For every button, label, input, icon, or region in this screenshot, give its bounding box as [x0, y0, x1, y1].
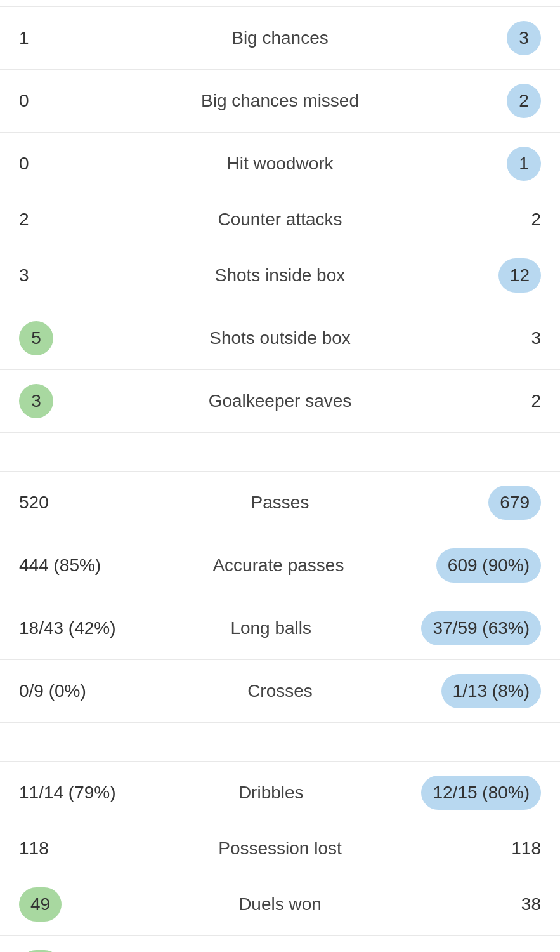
right-value: 3 — [440, 328, 541, 348]
table-row: 2Counter attacks2 — [0, 195, 560, 244]
stats-section-1: 520Passes679444 (85%)Accurate passes609 … — [0, 465, 560, 729]
table-row: 118Possession lost118 — [0, 824, 560, 873]
right-value-badge-blue: 12/15 (80%) — [421, 776, 541, 810]
table-row: 520Passes679 — [0, 471, 560, 534]
table-row: 3Shots inside box12 — [0, 244, 560, 307]
right-value-badge-blue: 1/13 (8%) — [441, 674, 541, 708]
left-value: 0/9 (0%) — [19, 681, 120, 701]
stat-label: Shots inside box — [120, 265, 440, 286]
stat-label: Possession lost — [120, 838, 440, 859]
table-row: 0/9 (0%)Crosses1/13 (8%) — [0, 660, 560, 723]
table-row: 1Big chances3 — [0, 6, 560, 70]
left-value: 0 — [19, 91, 120, 111]
left-value: 11/14 (79%) — [19, 783, 120, 803]
right-value-badge-blue: 1 — [507, 147, 541, 181]
stat-label: Goalkeeper saves — [120, 391, 440, 411]
right-value-badge-blue: 12 — [498, 258, 541, 293]
right-value: 38 — [440, 894, 541, 915]
right-value-badge-blue: 3 — [507, 21, 541, 55]
stat-label: Long balls — [120, 618, 421, 638]
stats-section-0: 1Big chances30Big chances missed20Hit wo… — [0, 0, 560, 439]
stats-section-2: 11/14 (79%)Dribbles12/15 (80%)118Possess… — [0, 755, 560, 952]
left-value: 3 — [19, 265, 120, 286]
stat-label: Counter attacks — [120, 209, 440, 230]
table-row: 11/14 (79%)Dribbles12/15 (80%) — [0, 761, 560, 824]
table-row: 10Aerials won8 — [0, 936, 560, 952]
right-value: 2 — [440, 209, 541, 230]
left-value: 1 — [19, 28, 120, 48]
table-row: 3Goalkeeper saves2 — [0, 370, 560, 433]
right-value: 118 — [440, 838, 541, 859]
left-value: 0 — [19, 154, 120, 174]
left-value: 2 — [19, 209, 120, 230]
stats-container: 1Big chances30Big chances missed20Hit wo… — [0, 0, 560, 952]
right-value-badge-blue: 679 — [488, 486, 541, 520]
right-value-badge-blue: 2 — [507, 84, 541, 118]
stat-label: Big chances — [120, 28, 440, 48]
left-value: 444 (85%) — [19, 555, 120, 576]
left-value: 118 — [19, 838, 120, 859]
table-row: 5Shots outside box3 — [0, 307, 560, 370]
table-row: 444 (85%)Accurate passes609 (90%) — [0, 534, 560, 597]
stat-label: Duels won — [120, 894, 440, 915]
stat-label: Shots outside box — [120, 328, 440, 348]
stat-label: Dribbles — [120, 783, 421, 803]
table-row: 0Hit woodwork1 — [0, 133, 560, 195]
left-value-badge-green: 3 — [19, 384, 53, 418]
left-value-badge-green: 5 — [19, 321, 53, 355]
table-row: 0Big chances missed2 — [0, 70, 560, 133]
left-value: 18/43 (42%) — [19, 618, 120, 638]
left-value-badge-green: 49 — [19, 887, 62, 922]
right-value-badge-blue: 37/59 (63%) — [421, 611, 541, 645]
stat-label: Passes — [120, 493, 440, 513]
stat-label: Big chances missed — [120, 91, 440, 111]
right-value-badge-blue: 609 (90%) — [436, 548, 541, 583]
table-row: 49Duels won38 — [0, 873, 560, 936]
stat-label: Hit woodwork — [120, 154, 440, 174]
stat-label: Accurate passes — [120, 555, 436, 576]
right-value: 2 — [440, 391, 541, 411]
table-row: 18/43 (42%)Long balls37/59 (63%) — [0, 597, 560, 660]
left-value: 520 — [19, 493, 120, 513]
stat-label: Crosses — [120, 681, 440, 701]
